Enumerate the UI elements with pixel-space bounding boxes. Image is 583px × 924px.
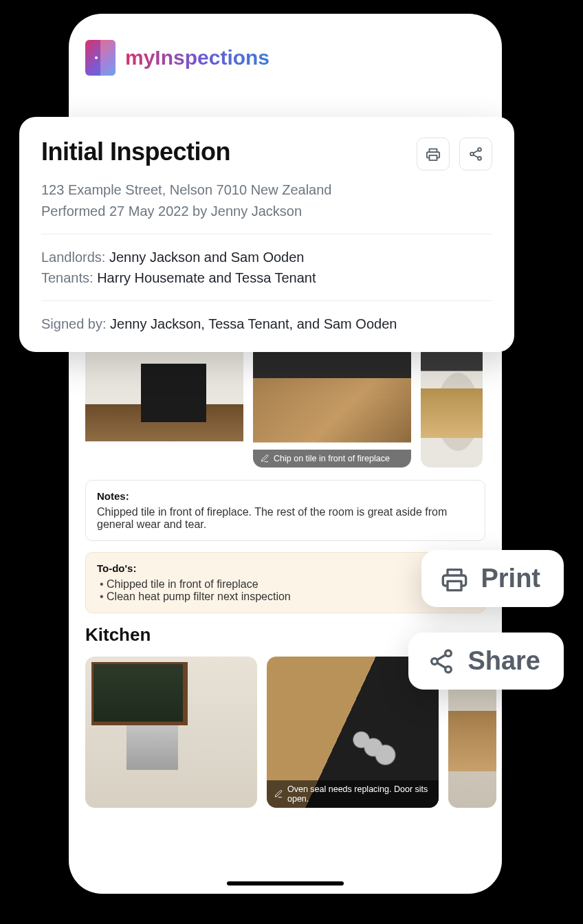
todos-list: Chipped tile in front of fireplace Clean…	[97, 578, 474, 603]
brand: myInspections	[85, 40, 485, 76]
todos-heading: To-do's:	[97, 562, 474, 574]
share-icon-button[interactable]	[459, 138, 492, 170]
tenants-value: Harry Housemate and Tessa Tenant	[97, 270, 316, 285]
brand-door-icon	[85, 40, 116, 76]
living-photo-2-caption: Chip on tile in front of fireplace	[253, 450, 411, 468]
brand-wordmark: myInspections	[125, 46, 270, 69]
share-label: Share	[468, 646, 540, 676]
print-button[interactable]: Print	[421, 550, 564, 607]
print-icon-button[interactable]	[417, 138, 450, 170]
landlords-value: Jenny Jackson and Sam Ooden	[109, 250, 305, 265]
todo-item: Clean heat pump filter next inspection	[100, 591, 474, 603]
notes-box: Notes: Chipped tile in front of fireplac…	[85, 480, 485, 541]
edit-icon	[260, 454, 270, 463]
print-icon	[426, 146, 441, 162]
edit-icon	[274, 789, 283, 799]
divider	[41, 300, 492, 301]
kitchen-photo-1[interactable]	[85, 657, 257, 808]
signed-row: Signed by: Jenny Jackson, Tessa Tenant, …	[41, 314, 492, 334]
inspection-address: 123 Example Street, Nelson 7010 New Zeal…	[41, 180, 492, 200]
tenants-row: Tenants: Harry Housemate and Tessa Tenan…	[41, 267, 492, 288]
kitchen-photo-2-caption: Oven seal needs replacing. Door sits ope…	[267, 780, 439, 808]
share-icon	[468, 146, 483, 162]
share-button[interactable]: Share	[408, 632, 564, 690]
print-icon	[441, 565, 468, 593]
tenants-label: Tenants:	[41, 270, 97, 285]
divider	[41, 234, 492, 234]
print-label: Print	[481, 564, 540, 593]
landlords-label: Landlords:	[41, 250, 109, 265]
home-indicator	[227, 881, 344, 886]
notes-heading: Notes:	[97, 490, 474, 502]
living-photo-2[interactable]: Chip on tile in front of fireplace	[253, 344, 411, 468]
inspection-performed: Performed 27 May 2022 by Jenny Jackson	[41, 201, 492, 221]
signed-value: Jenny Jackson, Tessa Tenant, and Sam Ood…	[110, 316, 397, 331]
living-room-gallery: Chip on tile in front of fireplace	[85, 344, 485, 468]
notes-body: Chipped tile in front of fireplace. The …	[97, 506, 474, 531]
living-photo-1[interactable]	[85, 344, 243, 468]
living-photo-3[interactable]	[421, 344, 483, 468]
todo-item: Chipped tile in front of fireplace	[100, 578, 474, 591]
inspection-title: Initial Inspection	[41, 138, 230, 166]
share-icon	[428, 648, 455, 675]
signed-label: Signed by:	[41, 316, 110, 331]
landlords-row: Landlords: Jenny Jackson and Sam Ooden	[41, 247, 492, 267]
inspection-header-card: Initial Inspection 123 Example Street, N…	[19, 117, 514, 352]
